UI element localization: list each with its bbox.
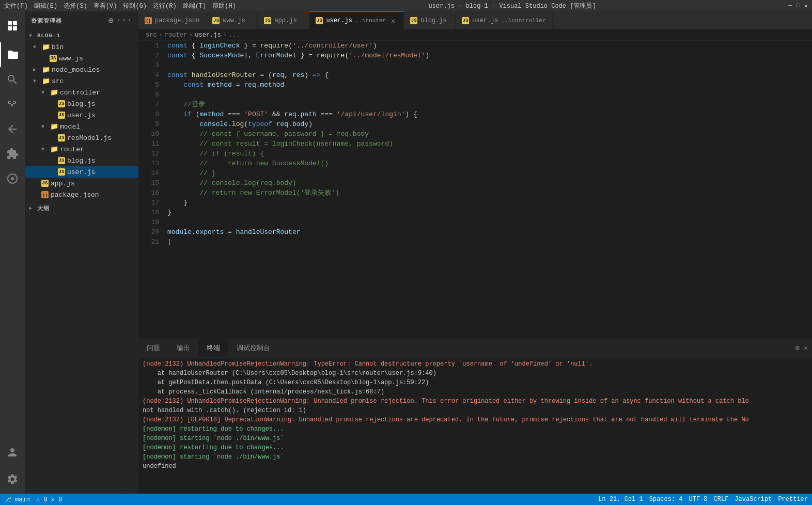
activity-git[interactable] <box>0 92 25 117</box>
tree-item-resmodel[interactable]: JS resModel.js <box>25 132 138 144</box>
tab-www-js[interactable]: JS www.js <box>206 11 258 29</box>
line-number-15: 15 <box>138 178 159 188</box>
line-number-16: 16 <box>138 188 159 198</box>
terminal-content[interactable]: (node:2132) UnhandledPromiseRejectionWar… <box>138 357 812 494</box>
tab-package-json[interactable]: {} package.json <box>138 11 206 29</box>
tree-label-www-js: www.js <box>59 55 83 62</box>
code-line-3 <box>167 60 808 70</box>
code-line-12: // if (result) { <box>167 149 808 159</box>
code-editor[interactable]: 123456789101112131415161718192021 const … <box>138 41 812 339</box>
status-errors[interactable]: ⚠ 0 ✕ 0 <box>36 496 62 503</box>
activity-explorer[interactable] <box>0 42 25 67</box>
activity-debug[interactable] <box>0 117 25 141</box>
tree-item-model[interactable]: ▼ 📁 model <box>25 121 138 132</box>
tree-label-blog-js-router: blog.js <box>67 157 96 165</box>
code-line-6 <box>167 90 808 100</box>
tree-item-user-js-ctrl[interactable]: JS user.js <box>25 109 138 121</box>
code-content[interactable]: const { loginCheck } = require('../contr… <box>163 41 812 339</box>
status-encoding[interactable]: UTF-8 <box>689 496 708 503</box>
tab-app-js[interactable]: JS app.js <box>258 11 309 29</box>
tree-item-outline[interactable]: ▶ 大纲 <box>25 202 138 214</box>
js-tab-icon-blog: JS <box>410 17 417 24</box>
root-label: BLOG-1 <box>37 33 60 39</box>
terminal-line-0: (node:2132) UnhandledPromiseRejectionWar… <box>143 359 808 369</box>
breadcrumb-more[interactable]: ... <box>229 31 240 39</box>
breadcrumb-src[interactable]: src <box>146 31 157 39</box>
line-number-5: 5 <box>138 80 159 90</box>
sidebar-title: 资源管理器 <box>31 17 61 25</box>
tree-label-blog-js-ctrl: blog.js <box>67 100 96 108</box>
menu-edit[interactable]: 编辑(E) <box>34 2 58 10</box>
terminal-tab-terminal[interactable]: 终端 <box>198 339 228 357</box>
terminal-split-button[interactable]: ⊞ <box>795 344 800 352</box>
tree-item-blog-js-router[interactable]: JS blog.js <box>25 155 138 166</box>
js-tab-icon-user-ctrl: JS <box>462 17 469 24</box>
code-line-16: // return new ErrorModel('登录失败') <box>167 188 808 198</box>
terminal-close-button[interactable]: ✕ <box>804 344 808 352</box>
tree-item-app-js[interactable]: JS app.js <box>25 178 138 189</box>
js-icon-resmodel: JS <box>58 134 65 141</box>
tree-item-src[interactable]: ▼ 📁 src <box>25 75 138 87</box>
tree-item-blog-js-ctrl[interactable]: JS blog.js <box>25 98 138 109</box>
sidebar-header-actions[interactable]: ⊕ ··· <box>108 15 132 26</box>
line-number-13: 13 <box>138 159 159 168</box>
status-formatter[interactable]: Prettier <box>778 496 808 503</box>
activity-search[interactable] <box>0 67 25 92</box>
window-title: user.js - blog-1 - Visual Studio Code [管… <box>244 2 780 10</box>
code-line-1: const { loginCheck } = require('../contr… <box>167 41 808 51</box>
line-number-10: 10 <box>138 129 159 139</box>
code-line-9: console.log(typeof req.body) <box>167 119 808 129</box>
terminal-tab-debug[interactable]: 调试控制台 <box>228 339 278 357</box>
tree-item-user-js-router[interactable]: JS user.js <box>25 166 138 178</box>
menu-run[interactable]: 运行(R) <box>153 2 177 10</box>
tab-user-js-ctrl[interactable]: JS user.js ..\controller <box>456 11 552 29</box>
line-number-12: 12 <box>138 149 159 159</box>
tab-blog-js[interactable]: JS blog.js <box>404 11 456 29</box>
minimize-button[interactable]: ─ <box>788 2 792 10</box>
tree-item-bin[interactable]: ▼ 📁 bin <box>25 41 138 53</box>
tree-root[interactable]: ▼ BLOG-1 <box>25 30 138 41</box>
title-menus[interactable]: 文件(F) 编辑(E) 选择(S) 查看(V) 转到(G) 运行(R) 终端(T… <box>4 2 236 10</box>
line-number-1: 1 <box>138 41 159 51</box>
activity-account[interactable] <box>0 440 25 465</box>
activity-settings[interactable] <box>0 467 25 492</box>
tab-user-js-router[interactable]: JS user.js ..\router ✕ <box>309 11 404 29</box>
terminal-tab-output[interactable]: 输出 <box>168 339 198 357</box>
tree-item-controller[interactable]: ▼ 📁 controller <box>25 87 138 98</box>
menu-goto[interactable]: 转到(G) <box>123 2 147 10</box>
breadcrumb-router[interactable]: router <box>165 31 187 39</box>
status-left: ⎇ main ⚠ 0 ✕ 0 <box>4 496 62 503</box>
breadcrumb-file[interactable]: user.js <box>195 31 221 39</box>
status-branch[interactable]: ⎇ main <box>4 496 30 503</box>
terminal-tab-problems[interactable]: 问题 <box>138 339 168 357</box>
tree-item-node-modules[interactable]: ▶ 📁 node_modules <box>25 64 138 75</box>
tree-item-www-js[interactable]: JS www.js <box>25 53 138 64</box>
line-number-4: 4 <box>138 70 159 80</box>
menu-view[interactable]: 查看(V) <box>93 2 117 10</box>
maximize-button[interactable]: □ <box>797 2 800 10</box>
tab-label-user-js-router: user.js <box>326 17 352 24</box>
code-line-7: //登录 <box>167 100 808 109</box>
tree-label-user-js-router: user.js <box>67 168 96 176</box>
tab-close-user-js-router[interactable]: ✕ <box>389 17 397 25</box>
activity-remote[interactable] <box>0 166 25 191</box>
new-file-button[interactable]: ⊕ <box>108 15 114 26</box>
menu-file[interactable]: 文件(F) <box>4 2 28 10</box>
more-actions-button[interactable]: ··· <box>116 15 132 26</box>
tree-item-router[interactable]: ▼ 📁 router <box>25 144 138 155</box>
code-line-20: module.exports = handleUserRouter <box>167 227 808 237</box>
window-controls[interactable]: ─ □ ✕ <box>788 2 808 10</box>
menu-help[interactable]: 帮助(H) <box>212 2 236 10</box>
terminal-actions[interactable]: ⊞ ✕ <box>791 344 812 352</box>
status-language[interactable]: JavaScript <box>735 496 772 503</box>
status-spaces[interactable]: Spaces: 4 <box>649 496 683 503</box>
code-line-14: // } <box>167 168 808 178</box>
menu-terminal[interactable]: 终端(T) <box>183 2 207 10</box>
line-number-20: 20 <box>138 227 159 237</box>
menu-select[interactable]: 选择(S) <box>64 2 87 10</box>
root-arrow: ▼ <box>29 33 37 39</box>
tree-item-package-json[interactable]: {} package.json <box>25 189 138 200</box>
activity-extensions[interactable] <box>0 141 25 166</box>
status-eol[interactable]: CRLF <box>714 496 729 503</box>
close-button[interactable]: ✕ <box>804 2 808 10</box>
